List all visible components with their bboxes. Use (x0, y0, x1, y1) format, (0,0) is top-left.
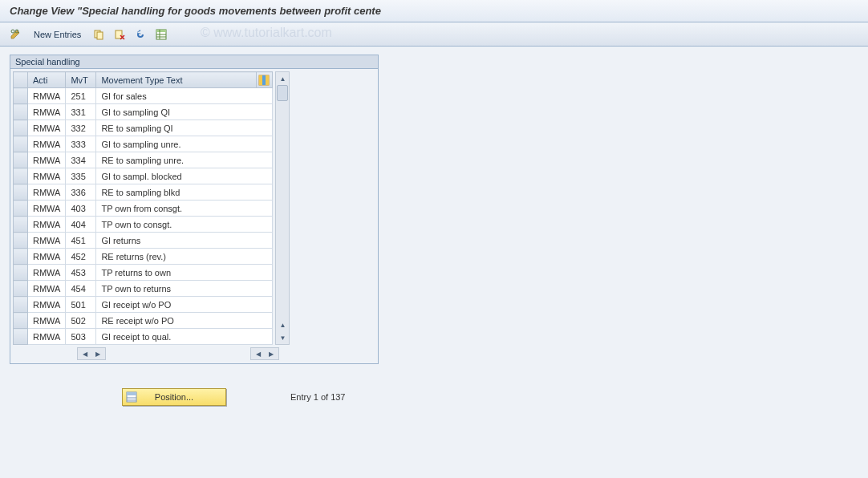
copy-button[interactable] (91, 26, 107, 43)
row-selector[interactable] (14, 265, 28, 281)
scroll-thumb[interactable] (277, 85, 288, 101)
row-selector[interactable] (14, 184, 28, 201)
table-row[interactable]: RMWA404TP own to consgt. (14, 217, 273, 233)
cell-acti[interactable]: RMWA (28, 217, 66, 233)
cell-mvt[interactable]: 452 (66, 249, 96, 265)
cell-acti[interactable]: RMWA (28, 104, 66, 120)
cell-text[interactable]: TP returns to own (96, 265, 273, 281)
scroll-down-icon[interactable]: ▼ (277, 332, 288, 343)
cell-mvt[interactable]: 404 (66, 217, 96, 233)
scroll-left-icon[interactable]: ◀ (79, 348, 91, 359)
table-row[interactable]: RMWA451GI returns (14, 233, 273, 249)
cell-mvt[interactable]: 336 (66, 184, 96, 201)
cell-text[interactable]: TP own from consgt. (96, 201, 273, 217)
cell-acti[interactable]: RMWA (28, 184, 66, 201)
table-row[interactable]: RMWA454TP own to returns (14, 281, 273, 297)
row-selector[interactable] (14, 249, 28, 265)
cell-mvt[interactable]: 403 (66, 201, 96, 217)
row-selector-header[interactable] (14, 72, 28, 88)
table-row[interactable]: RMWA503GI receipt to qual. (14, 329, 273, 345)
edit-toggle-button[interactable] (8, 26, 24, 43)
table-row[interactable]: RMWA334RE to sampling unre. (14, 152, 273, 168)
undo-button[interactable] (132, 26, 148, 43)
row-selector[interactable] (14, 136, 28, 152)
cell-text[interactable]: TP own to returns (96, 281, 273, 297)
cell-text[interactable]: RE to sampling blkd (96, 184, 273, 201)
new-entries-button[interactable]: New Entries (29, 28, 86, 41)
cell-text[interactable]: GI receipt w/o PO (96, 297, 273, 313)
cell-text[interactable]: RE to sampling unre. (96, 152, 273, 168)
row-selector[interactable] (14, 168, 28, 184)
cell-acti[interactable]: RMWA (28, 297, 66, 313)
col-header-mvt[interactable]: MvT (66, 72, 96, 88)
cell-text[interactable]: RE to sampling QI (96, 120, 273, 136)
cell-mvt[interactable]: 332 (66, 120, 96, 136)
table-row[interactable]: RMWA333GI to sampling unre. (14, 136, 273, 152)
table-row[interactable]: RMWA336RE to sampling blkd (14, 184, 273, 201)
cell-mvt[interactable]: 453 (66, 265, 96, 281)
table-settings-button[interactable] (257, 72, 273, 88)
position-button[interactable]: Position... (122, 388, 226, 406)
row-selector[interactable] (14, 104, 28, 120)
scroll-up2-icon[interactable]: ▲ (277, 319, 288, 330)
cell-acti[interactable]: RMWA (28, 281, 66, 297)
col-header-acti[interactable]: Acti (28, 72, 66, 88)
cell-acti[interactable]: RMWA (28, 313, 66, 329)
row-selector[interactable] (14, 120, 28, 136)
cell-mvt[interactable]: 454 (66, 281, 96, 297)
table-row[interactable]: RMWA453TP returns to own (14, 265, 273, 281)
cell-acti[interactable]: RMWA (28, 233, 66, 249)
cell-text[interactable]: GI returns (96, 233, 273, 249)
scroll-up-icon[interactable]: ▲ (277, 73, 288, 84)
cell-mvt[interactable]: 331 (66, 104, 96, 120)
table-row[interactable]: RMWA502RE receipt w/o PO (14, 313, 273, 329)
cell-text[interactable]: RE returns (rev.) (96, 249, 273, 265)
table-row[interactable]: RMWA501GI receipt w/o PO (14, 297, 273, 313)
table-row[interactable]: RMWA251GI for sales (14, 88, 273, 104)
cell-text[interactable]: GI to sampling unre. (96, 136, 273, 152)
cell-acti[interactable]: RMWA (28, 152, 66, 168)
cell-text[interactable]: TP own to consgt. (96, 217, 273, 233)
row-selector[interactable] (14, 329, 28, 345)
cell-acti[interactable]: RMWA (28, 168, 66, 184)
vertical-scrollbar[interactable]: ▲ ▲ ▼ (275, 71, 290, 345)
table-row[interactable]: RMWA452RE returns (rev.) (14, 249, 273, 265)
hscroll-right[interactable]: ◀ ▶ (250, 347, 279, 360)
table-row[interactable]: RMWA331GI to sampling QI (14, 104, 273, 120)
select-all-button[interactable] (153, 26, 169, 43)
scroll-right-icon[interactable]: ▶ (266, 348, 277, 359)
scroll-right-icon[interactable]: ▶ (92, 348, 103, 359)
row-selector[interactable] (14, 313, 28, 329)
table-row[interactable]: RMWA335GI to sampl. blocked (14, 168, 273, 184)
cell-mvt[interactable]: 333 (66, 136, 96, 152)
cell-acti[interactable]: RMWA (28, 201, 66, 217)
cell-acti[interactable]: RMWA (28, 329, 66, 345)
table-row[interactable]: RMWA403TP own from consgt. (14, 201, 273, 217)
scroll-left-icon[interactable]: ◀ (253, 348, 264, 359)
cell-text[interactable]: GI for sales (96, 88, 273, 104)
delete-button[interactable] (112, 26, 128, 43)
row-selector[interactable] (14, 217, 28, 233)
cell-acti[interactable]: RMWA (28, 265, 66, 281)
hscroll-left[interactable]: ◀ ▶ (77, 347, 106, 360)
cell-mvt[interactable]: 503 (66, 329, 96, 345)
cell-mvt[interactable]: 251 (66, 88, 96, 104)
cell-mvt[interactable]: 501 (66, 297, 96, 313)
table-row[interactable]: RMWA332RE to sampling QI (14, 120, 273, 136)
cell-acti[interactable]: RMWA (28, 249, 66, 265)
row-selector[interactable] (14, 297, 28, 313)
row-selector[interactable] (14, 152, 28, 168)
cell-acti[interactable]: RMWA (28, 136, 66, 152)
cell-mvt[interactable]: 334 (66, 152, 96, 168)
row-selector[interactable] (14, 88, 28, 104)
cell-text[interactable]: GI to sampl. blocked (96, 168, 273, 184)
cell-acti[interactable]: RMWA (28, 120, 66, 136)
row-selector[interactable] (14, 281, 28, 297)
scroll-track[interactable] (276, 85, 289, 318)
cell-text[interactable]: RE receipt w/o PO (96, 313, 273, 329)
cell-text[interactable]: GI receipt to qual. (96, 329, 273, 345)
cell-mvt[interactable]: 335 (66, 168, 96, 184)
row-selector[interactable] (14, 233, 28, 249)
row-selector[interactable] (14, 201, 28, 217)
col-header-text[interactable]: Movement Type Text (96, 72, 257, 88)
